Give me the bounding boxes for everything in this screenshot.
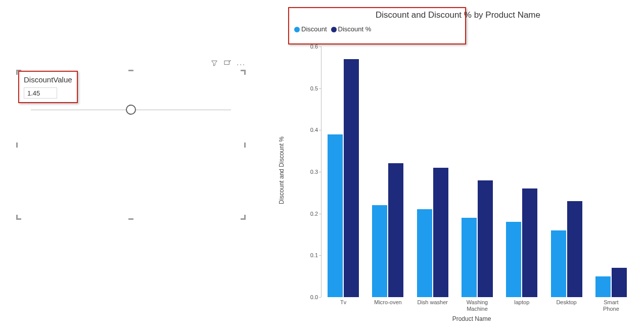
chart-bar[interactable] [344,59,359,297]
slicer-visual[interactable]: ··· DiscountValue [16,70,246,220]
chart-bar[interactable] [417,209,432,297]
svg-rect-0 [224,61,229,64]
chart-bar[interactable] [372,205,387,297]
selection-handle[interactable] [241,215,246,220]
chart-bar[interactable] [388,163,403,297]
selection-handle[interactable] [244,142,246,148]
chart-title: Discount and Discount % by Product Name [281,10,635,20]
chart-bar[interactable] [506,222,521,297]
legend-swatch [331,27,337,32]
chart-bar[interactable] [551,230,566,297]
selection-handle[interactable] [16,70,21,75]
legend-item[interactable]: Discount % [331,25,372,33]
x-tick-label: Smart Phone [600,297,622,312]
slicer-value-input[interactable] [24,87,57,99]
chart-bar[interactable] [462,218,477,297]
x-tick-label: Tv [340,297,346,306]
chart-plot-area: 0.00.10.20.30.40.50.6TvMicro-ovenDish wa… [310,46,633,297]
focus-mode-icon[interactable] [223,59,232,69]
legend-swatch [294,27,300,32]
chart-bar[interactable] [595,276,611,297]
slider-thumb[interactable] [126,105,136,115]
selection-handle[interactable] [128,70,133,71]
chart-bar[interactable] [567,201,582,297]
legend-label: Discount % [338,25,372,33]
y-axis-title: Discount and Discount % [278,136,285,204]
x-tick-label: laptop [514,297,529,306]
selection-handle[interactable] [16,142,18,148]
x-tick-label: Desktop [556,297,576,306]
chart-legend: Discount Discount % [294,25,635,33]
chart-bar[interactable] [433,168,448,297]
chart-bar[interactable] [478,180,493,297]
chart-bar[interactable] [522,188,537,297]
x-tick-label: Washing Machine [467,297,488,312]
x-tick-label: Dish washer [417,297,448,306]
chart-bar[interactable] [612,268,627,297]
selection-handle[interactable] [16,215,21,220]
slicer-field-label: DiscountValue [24,75,72,84]
filter-icon[interactable] [210,59,218,69]
x-axis-title: Product Name [310,315,633,322]
legend-item[interactable]: Discount [294,25,327,33]
selection-handle[interactable] [128,218,133,220]
chart-bar[interactable] [328,134,343,297]
more-options-icon[interactable]: ··· [237,60,246,68]
x-tick-label: Micro-oven [374,297,401,306]
selection-handle[interactable] [241,70,246,75]
legend-label: Discount [301,25,327,33]
